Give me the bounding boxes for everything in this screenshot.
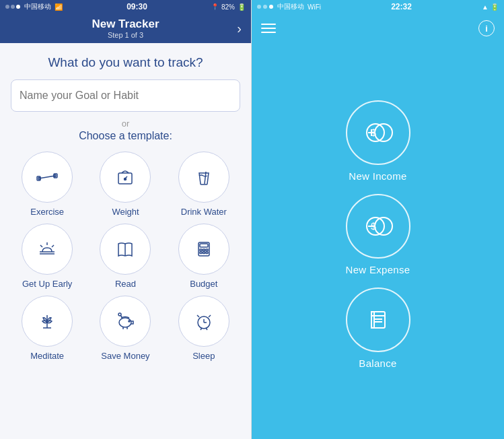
save-money-label: Save Money xyxy=(101,351,149,361)
goal-input[interactable] xyxy=(11,79,240,112)
template-get-up-early[interactable]: Get Up Early xyxy=(11,224,83,289)
balance-label: Balance xyxy=(359,358,396,369)
carrier-text: 中国移动 xyxy=(24,2,51,11)
template-meditate[interactable]: Meditate xyxy=(11,296,83,361)
battery-text: 82% xyxy=(221,3,235,11)
signal-indicator: 中国移动 📶 xyxy=(5,2,63,11)
right-content: $ New Income $ New Expense xyxy=(252,43,504,439)
new-income-circle: $ xyxy=(346,100,410,165)
sleep-circle xyxy=(178,296,229,347)
battery-icon: 🔋 xyxy=(238,3,246,11)
new-income-label: New Income xyxy=(349,170,406,182)
meditate-label: Meditate xyxy=(30,351,64,361)
get-up-early-circle xyxy=(22,224,73,275)
template-weight[interactable]: Weight xyxy=(89,151,161,217)
template-drink-water[interactable]: Drink Water xyxy=(168,151,240,217)
right-battery-area: ▲ 🔋 xyxy=(482,3,499,11)
new-expense-circle: $ xyxy=(346,194,410,259)
svg-rect-15 xyxy=(200,244,208,247)
meditate-circle xyxy=(22,296,73,347)
nav-subtitle: Step 1 of 3 xyxy=(92,31,159,39)
svg-point-23 xyxy=(119,318,131,327)
svg-line-31 xyxy=(209,315,211,317)
left-time: 09:30 xyxy=(127,2,147,11)
svg-rect-18 xyxy=(206,249,208,251)
new-expense-option[interactable]: $ New Expense xyxy=(346,194,410,275)
info-button[interactable]: i xyxy=(478,20,495,36)
next-chevron[interactable]: › xyxy=(237,21,242,36)
right-panel: 中国移动 WiFi 22:32 ▲ 🔋 i $ xyxy=(252,0,504,439)
save-money-circle xyxy=(100,296,151,347)
right-carrier: 中国移动 xyxy=(277,2,304,11)
exercise-circle xyxy=(22,151,73,203)
template-sleep[interactable]: Sleep xyxy=(168,296,240,361)
svg-rect-19 xyxy=(200,252,202,254)
right-status-icons: 📍 82% 🔋 xyxy=(211,3,246,11)
sleep-label: Sleep xyxy=(192,351,215,361)
gps-icon: ▲ xyxy=(482,3,489,11)
template-read[interactable]: Read xyxy=(89,224,161,289)
right-time: 22:32 xyxy=(391,2,412,11)
right-status-bar: 中国移动 WiFi 22:32 ▲ 🔋 xyxy=(252,0,504,13)
choose-template-label: Choose a template: xyxy=(11,130,240,142)
nav-title: New Tracker Step 1 of 3 xyxy=(92,18,159,39)
left-status-bar: 中国移动 📶 09:30 📍 82% 🔋 xyxy=(0,0,251,13)
weight-label: Weight xyxy=(112,207,139,217)
left-content: What do you want to track? or Choose a t… xyxy=(0,43,251,439)
or-text: or xyxy=(11,119,240,129)
svg-line-0 xyxy=(39,176,55,178)
svg-line-11 xyxy=(52,245,54,247)
svg-line-30 xyxy=(197,315,199,317)
weight-circle xyxy=(100,151,151,203)
svg-point-26 xyxy=(118,313,121,316)
left-panel: 中国移动 📶 09:30 📍 82% 🔋 New Tracker Step 1 … xyxy=(0,0,252,439)
new-income-option[interactable]: $ New Income xyxy=(346,100,410,182)
right-signal: 中国移动 WiFi xyxy=(257,2,321,11)
balance-option[interactable]: Balance xyxy=(346,288,410,369)
svg-line-10 xyxy=(40,245,42,247)
new-expense-label: New Expense xyxy=(346,264,410,275)
svg-rect-21 xyxy=(206,252,208,254)
svg-rect-17 xyxy=(203,249,205,251)
svg-rect-16 xyxy=(200,249,202,251)
template-budget[interactable]: Budget xyxy=(168,224,240,289)
svg-point-24 xyxy=(129,320,130,322)
budget-circle xyxy=(178,224,229,275)
read-label: Read xyxy=(115,279,136,289)
drink-water-label: Drink Water xyxy=(181,207,227,217)
drink-water-circle xyxy=(178,151,229,203)
template-grid: Exercise Weight xyxy=(11,151,240,361)
right-top-bar: i xyxy=(252,13,504,43)
menu-button[interactable] xyxy=(261,24,276,33)
svg-rect-47 xyxy=(371,312,374,328)
battery-icon-right: 🔋 xyxy=(491,3,499,11)
track-heading: What do you want to track? xyxy=(11,55,240,70)
nav-bar: New Tracker Step 1 of 3 › xyxy=(0,13,251,43)
balance-circle xyxy=(346,288,410,352)
template-save-money[interactable]: Save Money xyxy=(89,296,161,361)
svg-rect-20 xyxy=(203,252,205,254)
exercise-label: Exercise xyxy=(30,207,64,217)
location-icon: 📍 xyxy=(211,3,219,10)
budget-label: Budget xyxy=(190,279,217,289)
template-exercise[interactable]: Exercise xyxy=(11,151,83,217)
svg-point-7 xyxy=(124,178,127,180)
get-up-early-label: Get Up Early xyxy=(22,279,72,289)
read-circle xyxy=(100,224,151,275)
nav-title-main: New Tracker xyxy=(92,18,159,31)
